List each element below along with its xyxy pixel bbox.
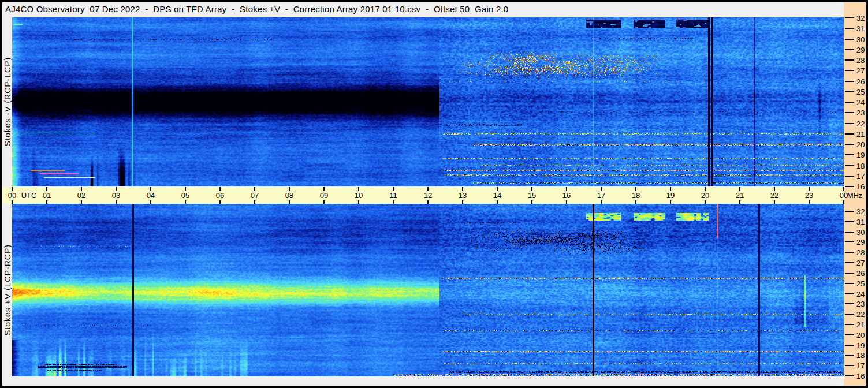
freq-label: 18 xyxy=(856,161,865,170)
plot-area: AJ4CO Observatory 07 Dec 2022 - DPS on T… xyxy=(2,2,866,386)
hour-tick xyxy=(254,200,255,204)
freq-label: 17 xyxy=(856,171,865,180)
hour-label: 03 xyxy=(112,191,120,200)
freq-label: 24 xyxy=(856,98,865,107)
hour-tick xyxy=(635,187,636,191)
freq-tick xyxy=(845,273,854,274)
freq-tick xyxy=(845,211,854,212)
hour-label: 16 xyxy=(562,191,571,200)
hour-tick xyxy=(843,187,844,191)
freq-tick xyxy=(845,49,854,50)
hour-tick xyxy=(81,187,82,191)
app-window: AJ4CO Observatory 07 Dec 2022 - DPS on T… xyxy=(0,0,868,388)
freq-tick xyxy=(845,375,854,376)
freq-tick xyxy=(845,133,854,135)
hour-tick xyxy=(566,187,567,191)
hour-tick xyxy=(323,187,325,191)
time-axis xyxy=(2,187,844,204)
hour-tick xyxy=(150,200,151,204)
hour-tick xyxy=(358,200,359,204)
freq-label: 29 xyxy=(856,45,865,54)
hour-tick xyxy=(323,200,325,204)
freq-tick xyxy=(845,91,854,92)
freq-label: 21 xyxy=(856,320,865,329)
freq-label: 27 xyxy=(856,66,865,75)
freq-label: 16 xyxy=(856,182,865,191)
freq-label: 26 xyxy=(856,77,865,85)
hour-tick xyxy=(774,187,775,191)
hour-tick xyxy=(358,187,359,191)
freq-tick xyxy=(845,303,854,304)
hour-label: 04 xyxy=(147,191,155,200)
freq-label: 20 xyxy=(856,140,865,149)
spectrogram-stokes-pos-v xyxy=(12,204,844,376)
hour-label: 20 xyxy=(701,191,709,200)
freq-tick xyxy=(845,59,854,61)
hour-tick xyxy=(497,187,498,191)
freq-tick xyxy=(845,17,854,18)
hour-label: 17 xyxy=(597,191,605,200)
freq-label: 24 xyxy=(856,289,865,298)
freq-tick xyxy=(845,345,854,346)
freq-tick xyxy=(845,334,854,335)
hour-label: 21 xyxy=(736,191,744,200)
freq-tick xyxy=(845,283,854,284)
freq-label: 23 xyxy=(856,300,865,308)
hour-label: 02 xyxy=(77,191,85,200)
utc-label: UTC xyxy=(21,191,37,200)
freq-label: 20 xyxy=(856,330,865,339)
freq-tick xyxy=(845,39,854,40)
hour-label: 12 xyxy=(424,191,432,200)
hour-label: 19 xyxy=(666,191,675,200)
hour-label: 08 xyxy=(285,191,293,200)
hour-tick xyxy=(531,187,532,191)
panel-label-stokes-neg-v: Stokes -V (RCP-LCP) xyxy=(3,57,12,146)
freq-tick xyxy=(845,252,854,253)
freq-tick xyxy=(845,262,854,263)
hour-tick xyxy=(497,200,498,204)
hour-tick xyxy=(289,200,290,204)
freq-tick xyxy=(845,81,854,82)
panel-label-stokes-pos-v: Stokes +V (LCP-RCP) xyxy=(3,244,12,335)
freq-tick xyxy=(845,154,854,155)
hour-tick xyxy=(46,187,47,191)
freq-tick xyxy=(845,186,854,187)
hour-tick xyxy=(670,187,671,191)
freq-tick xyxy=(845,112,854,113)
hour-label: 13 xyxy=(459,191,467,200)
freq-label: 31 xyxy=(856,24,865,33)
freq-tick xyxy=(845,365,854,366)
freq-label: 25 xyxy=(856,279,865,288)
hour-label: 11 xyxy=(389,191,397,200)
freq-tick xyxy=(845,314,854,315)
freq-tick xyxy=(845,324,854,325)
freq-label: 27 xyxy=(856,259,865,267)
hour-tick xyxy=(635,200,636,204)
hour-tick xyxy=(254,187,255,191)
freq-label: 22 xyxy=(856,119,865,128)
freq-tick xyxy=(845,70,854,71)
hour-tick xyxy=(116,187,117,191)
hour-tick xyxy=(150,187,151,191)
hour-label: 05 xyxy=(181,191,189,200)
freq-label: 23 xyxy=(856,109,865,117)
freq-label: 17 xyxy=(856,361,865,370)
hour-tick xyxy=(12,200,13,204)
hour-tick xyxy=(185,200,186,204)
freq-label: 31 xyxy=(856,217,865,226)
freq-label: 26 xyxy=(856,268,865,277)
freq-tick xyxy=(845,102,854,103)
freq-label: 25 xyxy=(856,87,865,96)
hour-label: 07 xyxy=(251,191,259,200)
freq-tick xyxy=(845,221,854,222)
hour-label: 01 xyxy=(43,191,51,200)
freq-tick xyxy=(845,123,854,124)
hour-label: 10 xyxy=(355,191,363,200)
mhz-label: MHz xyxy=(847,191,863,200)
hour-tick xyxy=(46,200,47,204)
freq-tick xyxy=(845,144,854,145)
freq-tick xyxy=(845,232,854,233)
hour-tick xyxy=(219,187,221,191)
hour-tick xyxy=(462,200,463,204)
freq-label: 30 xyxy=(856,227,865,236)
